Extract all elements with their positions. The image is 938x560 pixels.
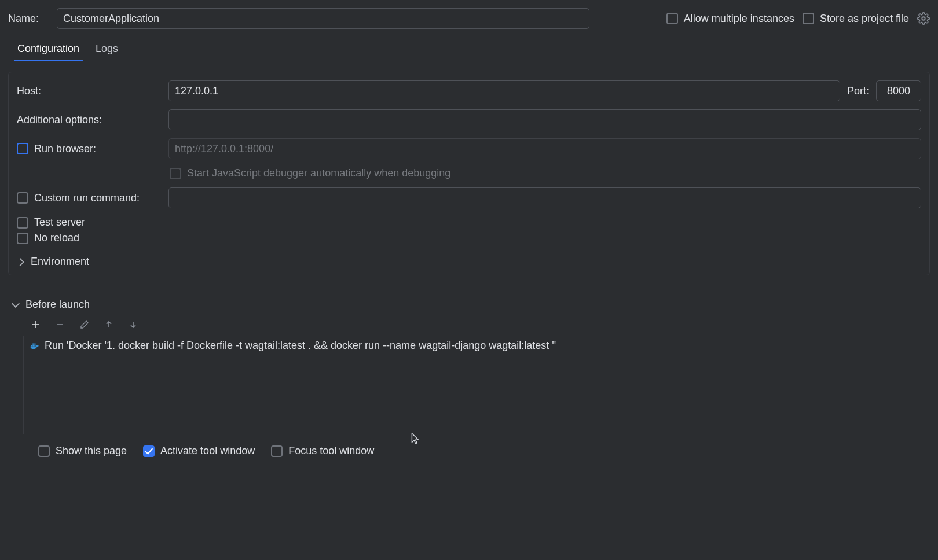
before-launch-list[interactable]: Run 'Docker '1. docker build -f Dockerfi… xyxy=(23,336,926,434)
chevron-down-icon xyxy=(12,301,20,309)
bottom-options: Show this page Activate tool window Focu… xyxy=(12,434,930,457)
svg-rect-8 xyxy=(34,343,35,344)
show-this-page-label: Show this page xyxy=(56,445,127,457)
add-icon[interactable] xyxy=(30,319,42,330)
custom-run-command-input[interactable] xyxy=(168,187,921,208)
checkbox-icon xyxy=(38,445,50,457)
port-label: Port: xyxy=(847,85,869,97)
show-this-page-checkbox[interactable]: Show this page xyxy=(38,445,127,457)
checkbox-icon xyxy=(271,445,283,457)
tabs: Configuration Logs xyxy=(8,39,930,61)
name-input[interactable] xyxy=(57,8,589,29)
run-browser-label: Run browser: xyxy=(34,143,96,155)
store-as-project-file-checkbox[interactable]: Store as project file xyxy=(803,13,909,25)
configuration-panel: Host: Port: Additional options: Run brow… xyxy=(8,72,930,275)
no-reload-label: No reload xyxy=(34,232,79,244)
activate-tool-window-checkbox[interactable]: Activate tool window xyxy=(143,445,255,457)
svg-rect-5 xyxy=(32,345,34,346)
before-launch-title: Before launch xyxy=(25,299,90,311)
store-as-project-label: Store as project file xyxy=(820,13,909,25)
allow-multiple-label: Allow multiple instances xyxy=(684,13,794,25)
activate-tool-window-label: Activate tool window xyxy=(160,445,255,457)
header-row: Name: Allow multiple instances Store as … xyxy=(8,8,930,29)
additional-options-input[interactable] xyxy=(168,109,921,130)
custom-run-command-label: Custom run command: xyxy=(34,192,140,204)
allow-multiple-instances-checkbox[interactable]: Allow multiple instances xyxy=(666,13,794,25)
svg-rect-4 xyxy=(31,345,32,346)
svg-point-0 xyxy=(922,17,925,20)
additional-options-label: Additional options: xyxy=(17,114,162,126)
start-js-debugger-label: Start JavaScript debugger automatically … xyxy=(187,167,450,179)
before-launch-toolbar xyxy=(12,316,930,336)
host-label: Host: xyxy=(17,85,162,97)
gear-icon[interactable] xyxy=(917,12,930,25)
name-label: Name: xyxy=(8,13,49,25)
start-js-debugger-checkbox xyxy=(170,168,181,179)
checkbox-icon xyxy=(143,445,155,457)
checkbox-icon xyxy=(666,13,678,24)
test-server-checkbox[interactable]: Test server xyxy=(17,216,85,229)
no-reload-checkbox[interactable]: No reload xyxy=(17,232,79,244)
before-launch-expander[interactable]: Before launch xyxy=(12,299,930,311)
run-browser-url-input[interactable] xyxy=(168,138,921,159)
test-server-label: Test server xyxy=(34,216,85,229)
move-down-icon[interactable] xyxy=(127,319,139,330)
checkbox-icon xyxy=(803,13,814,24)
environment-label: Environment xyxy=(31,256,89,268)
remove-icon[interactable] xyxy=(54,319,66,330)
checkbox-icon xyxy=(17,233,28,244)
focus-tool-window-label: Focus tool window xyxy=(288,445,374,457)
tab-logs[interactable]: Logs xyxy=(96,39,118,61)
environment-expander[interactable]: Environment xyxy=(17,252,921,271)
move-up-icon[interactable] xyxy=(103,319,115,330)
svg-rect-7 xyxy=(32,343,34,344)
edit-icon[interactable] xyxy=(79,319,90,330)
host-input[interactable] xyxy=(168,80,840,101)
before-launch-task[interactable]: Run 'Docker '1. docker build -f Dockerfi… xyxy=(24,336,926,355)
custom-run-command-checkbox[interactable]: Custom run command: xyxy=(17,192,162,204)
checkbox-icon xyxy=(17,143,28,154)
run-browser-checkbox[interactable]: Run browser: xyxy=(17,143,162,155)
before-launch-task-text: Run 'Docker '1. docker build -f Dockerfi… xyxy=(45,340,556,352)
port-input[interactable] xyxy=(876,80,921,101)
svg-rect-6 xyxy=(34,345,35,346)
focus-tool-window-checkbox[interactable]: Focus tool window xyxy=(271,445,374,457)
docker-icon xyxy=(30,341,40,351)
chevron-right-icon xyxy=(17,258,25,266)
checkbox-icon xyxy=(17,217,28,229)
tab-configuration[interactable]: Configuration xyxy=(17,39,79,61)
checkbox-icon xyxy=(17,192,28,204)
